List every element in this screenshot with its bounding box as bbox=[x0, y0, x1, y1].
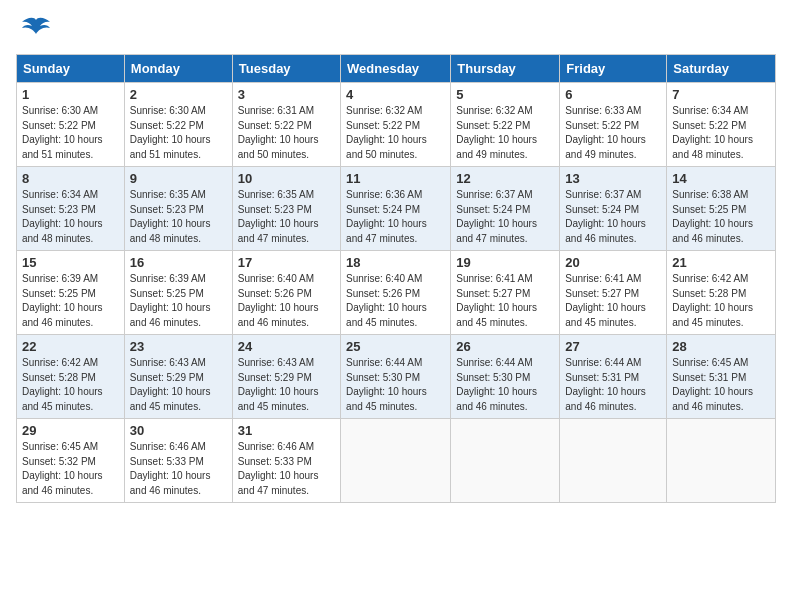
calendar-cell: 20 Sunrise: 6:41 AMSunset: 5:27 PMDaylig… bbox=[560, 251, 667, 335]
day-info: Sunrise: 6:37 AMSunset: 5:24 PMDaylight:… bbox=[456, 188, 554, 246]
day-number: 29 bbox=[22, 423, 119, 438]
day-info: Sunrise: 6:42 AMSunset: 5:28 PMDaylight:… bbox=[22, 356, 119, 414]
weekday-header-monday: Monday bbox=[124, 55, 232, 83]
day-number: 1 bbox=[22, 87, 119, 102]
calendar-cell bbox=[341, 419, 451, 503]
day-number: 9 bbox=[130, 171, 227, 186]
day-number: 13 bbox=[565, 171, 661, 186]
day-info: Sunrise: 6:43 AMSunset: 5:29 PMDaylight:… bbox=[238, 356, 335, 414]
day-info: Sunrise: 6:36 AMSunset: 5:24 PMDaylight:… bbox=[346, 188, 445, 246]
weekday-header-sunday: Sunday bbox=[17, 55, 125, 83]
calendar-cell: 3 Sunrise: 6:31 AMSunset: 5:22 PMDayligh… bbox=[232, 83, 340, 167]
page-container: SundayMondayTuesdayWednesdayThursdayFrid… bbox=[16, 16, 776, 503]
calendar-cell: 19 Sunrise: 6:41 AMSunset: 5:27 PMDaylig… bbox=[451, 251, 560, 335]
day-info: Sunrise: 6:32 AMSunset: 5:22 PMDaylight:… bbox=[346, 104, 445, 162]
calendar-cell: 17 Sunrise: 6:40 AMSunset: 5:26 PMDaylig… bbox=[232, 251, 340, 335]
day-info: Sunrise: 6:38 AMSunset: 5:25 PMDaylight:… bbox=[672, 188, 770, 246]
calendar-cell bbox=[560, 419, 667, 503]
day-info: Sunrise: 6:45 AMSunset: 5:32 PMDaylight:… bbox=[22, 440, 119, 498]
calendar-cell: 2 Sunrise: 6:30 AMSunset: 5:22 PMDayligh… bbox=[124, 83, 232, 167]
day-number: 31 bbox=[238, 423, 335, 438]
weekday-header-friday: Friday bbox=[560, 55, 667, 83]
calendar-cell: 4 Sunrise: 6:32 AMSunset: 5:22 PMDayligh… bbox=[341, 83, 451, 167]
weekday-header-tuesday: Tuesday bbox=[232, 55, 340, 83]
day-number: 15 bbox=[22, 255, 119, 270]
calendar-cell: 29 Sunrise: 6:45 AMSunset: 5:32 PMDaylig… bbox=[17, 419, 125, 503]
calendar-cell: 15 Sunrise: 6:39 AMSunset: 5:25 PMDaylig… bbox=[17, 251, 125, 335]
logo-bird-icon bbox=[20, 16, 52, 44]
weekday-header-thursday: Thursday bbox=[451, 55, 560, 83]
day-info: Sunrise: 6:34 AMSunset: 5:23 PMDaylight:… bbox=[22, 188, 119, 246]
day-info: Sunrise: 6:42 AMSunset: 5:28 PMDaylight:… bbox=[672, 272, 770, 330]
day-number: 6 bbox=[565, 87, 661, 102]
calendar-cell: 25 Sunrise: 6:44 AMSunset: 5:30 PMDaylig… bbox=[341, 335, 451, 419]
day-number: 21 bbox=[672, 255, 770, 270]
day-info: Sunrise: 6:40 AMSunset: 5:26 PMDaylight:… bbox=[346, 272, 445, 330]
day-info: Sunrise: 6:34 AMSunset: 5:22 PMDaylight:… bbox=[672, 104, 770, 162]
calendar-cell: 13 Sunrise: 6:37 AMSunset: 5:24 PMDaylig… bbox=[560, 167, 667, 251]
day-number: 2 bbox=[130, 87, 227, 102]
calendar-cell: 24 Sunrise: 6:43 AMSunset: 5:29 PMDaylig… bbox=[232, 335, 340, 419]
day-number: 10 bbox=[238, 171, 335, 186]
day-info: Sunrise: 6:44 AMSunset: 5:30 PMDaylight:… bbox=[456, 356, 554, 414]
day-number: 30 bbox=[130, 423, 227, 438]
week-row-3: 15 Sunrise: 6:39 AMSunset: 5:25 PMDaylig… bbox=[17, 251, 776, 335]
calendar-cell: 21 Sunrise: 6:42 AMSunset: 5:28 PMDaylig… bbox=[667, 251, 776, 335]
calendar-cell: 26 Sunrise: 6:44 AMSunset: 5:30 PMDaylig… bbox=[451, 335, 560, 419]
day-info: Sunrise: 6:31 AMSunset: 5:22 PMDaylight:… bbox=[238, 104, 335, 162]
calendar-cell: 31 Sunrise: 6:46 AMSunset: 5:33 PMDaylig… bbox=[232, 419, 340, 503]
day-info: Sunrise: 6:30 AMSunset: 5:22 PMDaylight:… bbox=[130, 104, 227, 162]
calendar-cell: 18 Sunrise: 6:40 AMSunset: 5:26 PMDaylig… bbox=[341, 251, 451, 335]
day-info: Sunrise: 6:40 AMSunset: 5:26 PMDaylight:… bbox=[238, 272, 335, 330]
day-info: Sunrise: 6:44 AMSunset: 5:31 PMDaylight:… bbox=[565, 356, 661, 414]
day-number: 22 bbox=[22, 339, 119, 354]
day-number: 4 bbox=[346, 87, 445, 102]
calendar-cell bbox=[667, 419, 776, 503]
calendar-cell bbox=[451, 419, 560, 503]
day-info: Sunrise: 6:43 AMSunset: 5:29 PMDaylight:… bbox=[130, 356, 227, 414]
day-info: Sunrise: 6:45 AMSunset: 5:31 PMDaylight:… bbox=[672, 356, 770, 414]
header bbox=[16, 16, 776, 44]
week-row-4: 22 Sunrise: 6:42 AMSunset: 5:28 PMDaylig… bbox=[17, 335, 776, 419]
day-number: 12 bbox=[456, 171, 554, 186]
weekday-header-wednesday: Wednesday bbox=[341, 55, 451, 83]
calendar-cell: 27 Sunrise: 6:44 AMSunset: 5:31 PMDaylig… bbox=[560, 335, 667, 419]
calendar-cell: 6 Sunrise: 6:33 AMSunset: 5:22 PMDayligh… bbox=[560, 83, 667, 167]
calendar-table: SundayMondayTuesdayWednesdayThursdayFrid… bbox=[16, 54, 776, 503]
day-number: 25 bbox=[346, 339, 445, 354]
day-info: Sunrise: 6:39 AMSunset: 5:25 PMDaylight:… bbox=[130, 272, 227, 330]
day-number: 8 bbox=[22, 171, 119, 186]
day-number: 28 bbox=[672, 339, 770, 354]
week-row-5: 29 Sunrise: 6:45 AMSunset: 5:32 PMDaylig… bbox=[17, 419, 776, 503]
day-number: 20 bbox=[565, 255, 661, 270]
calendar-cell: 30 Sunrise: 6:46 AMSunset: 5:33 PMDaylig… bbox=[124, 419, 232, 503]
calendar-cell: 8 Sunrise: 6:34 AMSunset: 5:23 PMDayligh… bbox=[17, 167, 125, 251]
day-number: 27 bbox=[565, 339, 661, 354]
calendar-cell: 9 Sunrise: 6:35 AMSunset: 5:23 PMDayligh… bbox=[124, 167, 232, 251]
calendar-cell: 28 Sunrise: 6:45 AMSunset: 5:31 PMDaylig… bbox=[667, 335, 776, 419]
day-number: 18 bbox=[346, 255, 445, 270]
calendar-cell: 14 Sunrise: 6:38 AMSunset: 5:25 PMDaylig… bbox=[667, 167, 776, 251]
calendar-cell: 10 Sunrise: 6:35 AMSunset: 5:23 PMDaylig… bbox=[232, 167, 340, 251]
day-number: 16 bbox=[130, 255, 227, 270]
day-info: Sunrise: 6:32 AMSunset: 5:22 PMDaylight:… bbox=[456, 104, 554, 162]
calendar-cell: 16 Sunrise: 6:39 AMSunset: 5:25 PMDaylig… bbox=[124, 251, 232, 335]
day-number: 19 bbox=[456, 255, 554, 270]
day-info: Sunrise: 6:41 AMSunset: 5:27 PMDaylight:… bbox=[565, 272, 661, 330]
day-info: Sunrise: 6:30 AMSunset: 5:22 PMDaylight:… bbox=[22, 104, 119, 162]
calendar-cell: 5 Sunrise: 6:32 AMSunset: 5:22 PMDayligh… bbox=[451, 83, 560, 167]
day-number: 5 bbox=[456, 87, 554, 102]
day-info: Sunrise: 6:33 AMSunset: 5:22 PMDaylight:… bbox=[565, 104, 661, 162]
day-number: 26 bbox=[456, 339, 554, 354]
day-info: Sunrise: 6:41 AMSunset: 5:27 PMDaylight:… bbox=[456, 272, 554, 330]
day-info: Sunrise: 6:37 AMSunset: 5:24 PMDaylight:… bbox=[565, 188, 661, 246]
calendar-cell: 12 Sunrise: 6:37 AMSunset: 5:24 PMDaylig… bbox=[451, 167, 560, 251]
logo bbox=[16, 16, 52, 44]
day-info: Sunrise: 6:46 AMSunset: 5:33 PMDaylight:… bbox=[130, 440, 227, 498]
day-info: Sunrise: 6:46 AMSunset: 5:33 PMDaylight:… bbox=[238, 440, 335, 498]
weekday-header-row: SundayMondayTuesdayWednesdayThursdayFrid… bbox=[17, 55, 776, 83]
calendar-cell: 7 Sunrise: 6:34 AMSunset: 5:22 PMDayligh… bbox=[667, 83, 776, 167]
day-number: 23 bbox=[130, 339, 227, 354]
calendar-cell: 11 Sunrise: 6:36 AMSunset: 5:24 PMDaylig… bbox=[341, 167, 451, 251]
day-number: 7 bbox=[672, 87, 770, 102]
